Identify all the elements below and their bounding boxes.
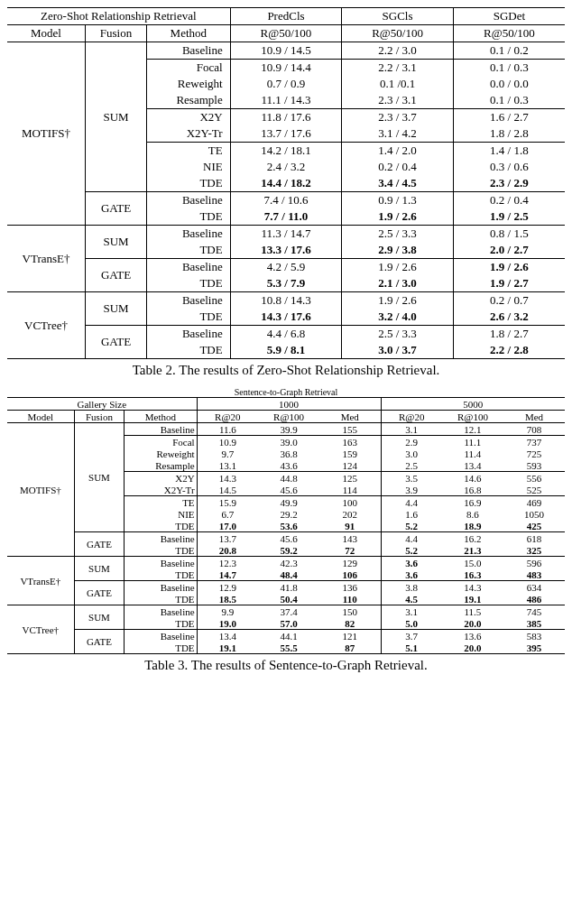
hdr-method: Method <box>146 25 230 42</box>
table-row: GATE Baseline 4.4 / 6.8 2.5 / 3.3 1.8 / … <box>7 326 565 343</box>
table-row: MOTIFS† SUM Baseline 10.9 / 14.5 2.2 / 3… <box>7 42 565 60</box>
table-zero-shot: Zero-Shot Relationship Retrieval PredCls… <box>7 7 565 359</box>
fusion-sum: SUM <box>86 42 147 192</box>
col-sgdet: SGDet <box>453 8 565 25</box>
hdr-gallery: Gallery Size <box>7 398 197 411</box>
table3-subtitle: Sentence-to-Graph Retrieval <box>7 387 565 397</box>
table-row: VCTree† SUM Baseline 10.8 / 14.3 1.9 / 2… <box>7 292 565 310</box>
col-predcls: PredCls <box>230 8 342 25</box>
col-sgcls: SGCls <box>342 8 454 25</box>
fusion-gate: GATE <box>86 192 147 226</box>
header-spanner: Zero-Shot Relationship Retrieval <box>7 8 230 25</box>
hdr-1000: 1000 <box>197 398 381 411</box>
table3-caption: Table 3. The results of Sentence-to-Grap… <box>7 658 565 673</box>
table-row: VTransE† SUM Baseline 11.3 / 14.7 2.5 / … <box>7 226 565 243</box>
table-row: MOTIFS† SUM Baseline 11.639.9155 3.112.1… <box>7 423 565 436</box>
table-row: GATE Baseline 7.4 / 10.6 0.9 / 1.3 0.2 /… <box>7 192 565 209</box>
model-vtranse: VTransE† <box>7 226 86 292</box>
model-motifs: MOTIFS† <box>7 42 86 226</box>
hdr-r-predcls: R@50/100 <box>230 25 342 42</box>
table-row: GATE Baseline 13.745.6143 4.416.2618 <box>7 532 565 545</box>
hdr-fusion: Fusion <box>86 25 147 42</box>
hdr-model: Model <box>7 25 86 42</box>
hdr-r-sgcls: R@50/100 <box>342 25 454 42</box>
table-row: GATE Baseline 12.941.8136 3.814.3634 <box>7 581 565 594</box>
hdr-5000: 5000 <box>381 398 565 411</box>
table-row: GATE Baseline 13.444.1121 3.713.6583 <box>7 630 565 642</box>
hdr-r-sgdet: R@50/100 <box>453 25 565 42</box>
table2-caption: Table 2. The results of Zero-Shot Relati… <box>7 363 565 378</box>
model-vctree: VCTree† <box>7 292 86 359</box>
table-sentence-to-graph: Gallery Size 1000 5000 Model Fusion Meth… <box>7 397 565 654</box>
table-row: GATE Baseline 4.2 / 5.9 1.9 / 2.6 1.9 / … <box>7 259 565 276</box>
table-row: VCTree† SUM Baseline 9.937.4150 3.111.57… <box>7 605 565 618</box>
table-row: VTransE† SUM Baseline 12.342.3129 3.615.… <box>7 557 565 569</box>
